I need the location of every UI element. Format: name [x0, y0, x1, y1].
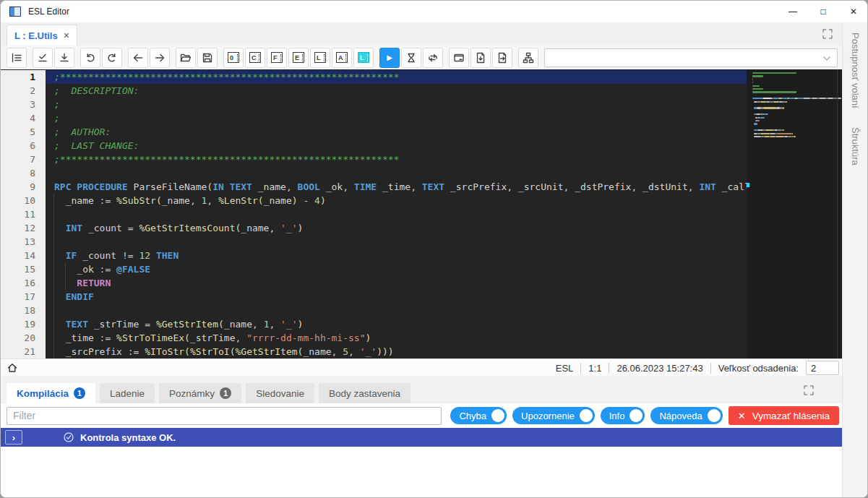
toggle-knob: [580, 409, 593, 422]
panel-tab-kompil-cia[interactable]: Kompilácia1: [7, 383, 95, 403]
doc-export-button[interactable]: [492, 48, 512, 68]
line-number: 16: [1, 276, 46, 290]
code-editor[interactable]: 1;**************************************…: [1, 69, 843, 359]
objects-e-button[interactable]: E: [288, 48, 309, 68]
line-number: 11: [1, 207, 46, 221]
objects-l-active-button[interactable]: L: [353, 48, 374, 68]
save-button[interactable]: [197, 48, 218, 68]
line-number: 8: [1, 166, 46, 180]
tab-label: L : E.Utils: [14, 30, 58, 41]
minimap-line: [751, 135, 835, 138]
objects-f-button[interactable]: F: [267, 48, 287, 68]
line-number: 21: [1, 345, 46, 359]
line-number: 14: [1, 249, 46, 262]
code-line: 17 ENDIF: [1, 290, 747, 304]
filter-input[interactable]: [7, 407, 442, 425]
panel-icon: [453, 52, 465, 64]
expand-panel-icon[interactable]: [803, 385, 815, 396]
panel-tab-ladenie[interactable]: Ladenie: [100, 383, 155, 403]
code-line: 11: [1, 207, 747, 221]
line-number: 9: [1, 180, 46, 194]
loop-icon: [427, 52, 439, 64]
code-text: ; LAST CHANGE:: [46, 139, 747, 153]
indent-size-input[interactable]: [806, 361, 839, 375]
code-text: _name := %SubStr(_name, 1, %LenStr(_name…: [46, 194, 747, 207]
close-button[interactable]: ✕: [838, 1, 868, 22]
scrollbar-cursor-marker: [747, 183, 749, 187]
tab-close-icon[interactable]: ×: [64, 30, 69, 40]
toggle-upozornenie[interactable]: Upozornenie: [512, 407, 595, 424]
toggle-info[interactable]: Info: [601, 407, 645, 424]
toggle-n-poveda[interactable]: Nápoveda: [650, 407, 722, 424]
loop-button[interactable]: [423, 48, 443, 68]
syntax-check-button[interactable]: [33, 48, 53, 68]
redo-button[interactable]: [102, 48, 122, 68]
code-text: ;***************************************…: [46, 153, 747, 166]
procedure-combobox[interactable]: [544, 48, 838, 67]
code-line: 4;: [1, 111, 747, 125]
objects-0-button[interactable]: 0: [223, 48, 244, 68]
open-button[interactable]: [176, 48, 196, 68]
objects-c-button[interactable]: C: [245, 48, 265, 68]
doc-out-icon: [497, 52, 508, 64]
code-text: INT _count = %GetStrItemsCount(_name, '_…: [46, 221, 747, 235]
code-text: RETURN: [46, 276, 747, 290]
home-icon[interactable]: [7, 362, 18, 374]
panel-tab-sledovanie[interactable]: Sledovanie: [246, 383, 314, 403]
code-text: ;***************************************…: [46, 70, 747, 84]
message-expand-button[interactable]: ›: [5, 430, 22, 445]
clear-messages-button[interactable]: ✕ Vymazať hlásenia: [729, 406, 839, 425]
call-tree-button[interactable]: [518, 48, 538, 68]
clear-x-icon: ✕: [738, 411, 746, 421]
code-lines[interactable]: 1;**************************************…: [1, 70, 747, 359]
check-line-icon: [37, 52, 48, 64]
panel-layout-button[interactable]: [449, 48, 469, 68]
format-indent-button[interactable]: [7, 48, 27, 68]
code-line: 8: [1, 166, 747, 180]
line-number: 17: [1, 290, 46, 304]
code-text: _time := %StrToTimeEx(_strTime, "rrrr-dd…: [46, 331, 747, 345]
compilation-message-row[interactable]: › Kontrola syntaxe OK.: [1, 428, 843, 447]
sidebar-tab--trukt-ra[interactable]: Štruktúra: [850, 127, 861, 166]
tab-count-badge: 1: [220, 387, 231, 399]
undo-button[interactable]: [80, 48, 100, 68]
code-text: ;: [46, 98, 747, 111]
goto-line-button[interactable]: [54, 48, 74, 68]
toolbar-group: [128, 48, 170, 68]
doc-save-button[interactable]: [470, 48, 491, 68]
code-text: TEXT _strTime = %GetStrItem(_name, 1, '_…: [46, 317, 747, 331]
panel-tab-body-zastavenia[interactable]: Body zastavenia: [319, 383, 411, 403]
objects-l-button[interactable]: L: [310, 48, 330, 68]
arrow-right-icon: [154, 52, 166, 64]
code-line: 16 RETURN: [1, 276, 747, 290]
statusbar-separator: [710, 363, 711, 374]
indent-icon: [11, 52, 22, 64]
sidebar-tab-postupnos-volan-[interactable]: Postupnosť volaní: [850, 33, 861, 108]
code-text: ;: [46, 111, 747, 125]
tab-e-utils[interactable]: L : E.Utils ×: [7, 25, 77, 46]
object-type-0-icon: 0: [228, 52, 239, 63]
panel-tab-bar: Kompilácia1LadeniePoznámky1SledovanieBod…: [1, 376, 843, 403]
wait-button[interactable]: [401, 48, 421, 68]
minimize-button[interactable]: —: [778, 1, 808, 22]
toggle-chyba[interactable]: Chyba: [450, 407, 507, 424]
line-number: 18: [1, 304, 46, 317]
code-line: 18: [1, 304, 747, 317]
nav-back-button[interactable]: [128, 48, 148, 68]
maximize-button[interactable]: □: [808, 1, 838, 22]
minimap[interactable]: [751, 72, 835, 138]
minimap-strip[interactable]: [747, 69, 843, 359]
toolbar-group: [7, 48, 27, 68]
panel-tab-label: Poznámky: [169, 388, 215, 399]
expand-editor-icon[interactable]: [822, 28, 833, 40]
object-type-l-icon: L: [314, 52, 326, 63]
panel-tab-label: Ladenie: [110, 388, 145, 399]
code-line: 1;**************************************…: [1, 70, 747, 84]
panel-tab-pozn-mky[interactable]: Poznámky1: [159, 383, 241, 403]
hourglass-icon: [405, 52, 417, 64]
statusbar-item: 26.06.2023 15:27:43: [616, 363, 702, 374]
run-button[interactable]: ▶: [379, 48, 400, 68]
objects-a-button[interactable]: A: [332, 48, 352, 68]
code-line: 13: [1, 235, 747, 249]
nav-forward-button[interactable]: [150, 48, 170, 68]
